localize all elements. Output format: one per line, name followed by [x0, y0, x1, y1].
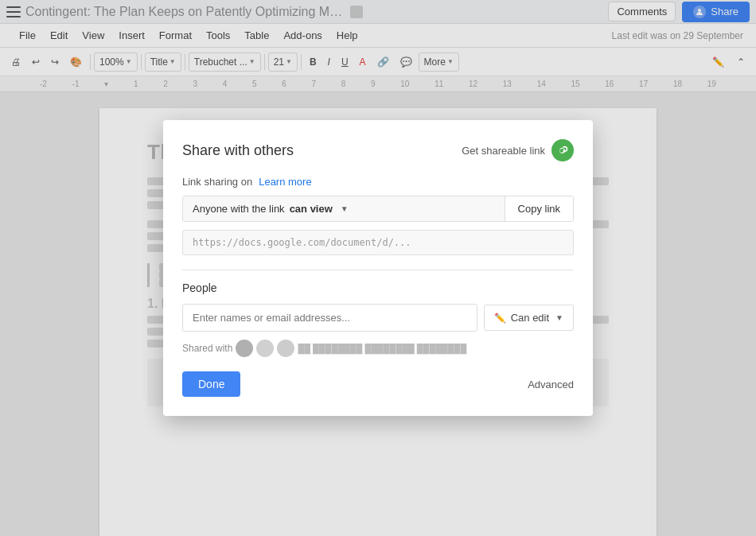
shared-avatar-2	[256, 340, 274, 357]
shared-with-label: Shared with	[182, 343, 232, 354]
shared-avatar-placeholder: ██ ████████ ████████ ████████	[298, 344, 466, 353]
dialog-title: Share with others	[182, 142, 294, 159]
link-permission-text: can view	[290, 203, 333, 215]
done-button[interactable]: Done	[182, 371, 240, 397]
dialog-footer: Done Advanced	[182, 371, 574, 397]
link-dropdown-container: Anyone with the link can view ▼ Copy lin…	[182, 196, 574, 222]
dialog-divider	[182, 270, 574, 270]
get-link-text: Get shareable link	[462, 145, 545, 157]
share-dialog: Share with others Get shareable link Lin…	[163, 120, 593, 416]
people-input-row: ✏️ Can edit ▼	[182, 304, 574, 332]
shared-avatar-3	[277, 340, 294, 357]
modal-overlay: Share with others Get shareable link Lin…	[0, 0, 756, 536]
can-edit-label: Can edit	[511, 312, 549, 324]
get-link-section: Get shareable link	[462, 139, 574, 161]
link-option-text: Anyone with the link	[193, 203, 285, 215]
dialog-header: Share with others Get shareable link	[182, 139, 574, 161]
copy-link-button[interactable]: Copy link	[505, 196, 573, 221]
pencil-icon: ✏️	[494, 313, 506, 324]
can-edit-button[interactable]: ✏️ Can edit ▼	[484, 305, 574, 331]
people-section-title: People	[182, 282, 574, 294]
link-permission-dropdown[interactable]: Anyone with the link can view ▼	[183, 196, 505, 221]
link-sharing-row: Link sharing on Learn more	[182, 176, 574, 188]
can-edit-arrow: ▼	[555, 313, 563, 322]
people-email-input[interactable]	[182, 304, 477, 332]
learn-more-link[interactable]: Learn more	[259, 176, 311, 188]
link-permission-arrow: ▼	[341, 204, 349, 213]
link-url: https://docs.google.com/document/d/...	[182, 230, 574, 255]
advanced-link[interactable]: Advanced	[528, 379, 574, 390]
shareable-link-icon[interactable]	[551, 139, 574, 161]
shared-with-row: Shared with ██ ████████ ████████ ███████…	[182, 340, 574, 357]
link-sharing-label: Link sharing on	[182, 176, 252, 188]
shared-avatar-1	[236, 340, 253, 357]
